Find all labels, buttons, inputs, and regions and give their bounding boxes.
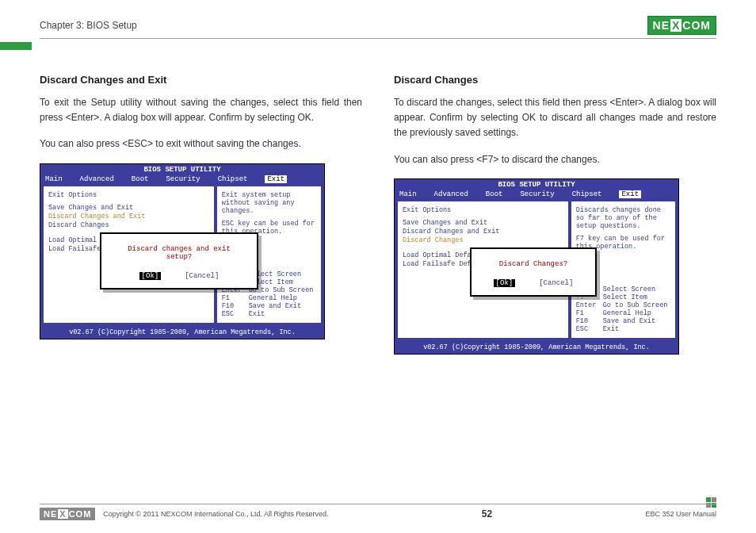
dialog-message: Discard changes and exit setup?	[117, 245, 241, 261]
bios-tab-chipset[interactable]: Chipset	[218, 175, 248, 183]
copyright-text: Copyright © 2011 NEXCOM International Co…	[103, 510, 328, 518]
bios-tab-advanced[interactable]: Advanced	[80, 175, 114, 183]
paragraph: To discard the changes, select this fiel…	[394, 95, 716, 141]
bios-help-text: Exit system setup without saving any cha…	[222, 191, 316, 215]
bios-tab-security[interactable]: Security	[166, 175, 200, 183]
bios-help-text: Discards changes done so far to any of t…	[576, 206, 670, 230]
bios-title: BIOS SETUP UTILITY	[395, 179, 678, 190]
dialog-ok-button[interactable]: [Ok]	[494, 279, 516, 287]
brand-logo: NEXCOM	[647, 16, 716, 35]
section-title-left: Discard Changes and Exit	[40, 74, 362, 86]
bios-tab-boot[interactable]: Boot	[132, 175, 149, 183]
menu-save-exit[interactable]: Save Changes and Exit	[48, 204, 209, 213]
bios-tab-main[interactable]: Main	[399, 190, 417, 198]
paragraph: You can also press <F7> to discard the c…	[394, 152, 716, 167]
menu-save-exit[interactable]: Save Changes and Exit	[403, 219, 563, 228]
left-column: Discard Changes and Exit To exit the Set…	[40, 74, 362, 355]
menu-discard[interactable]: Discard Changes	[403, 236, 563, 245]
section-title-right: Discard Changes	[394, 74, 716, 86]
confirm-dialog: Discard Changes? [Ok] [Cancel]	[470, 247, 597, 297]
menu-discard[interactable]: Discard Changes	[48, 221, 209, 230]
right-column: Discard Changes To discard the changes, …	[394, 74, 716, 355]
dialog-cancel-button[interactable]: [Cancel]	[185, 272, 219, 280]
dialog-ok-button[interactable]: [Ok]	[139, 272, 162, 280]
paragraph: You can also press <ESC> to exit without…	[40, 136, 362, 151]
bios-tab-chipset[interactable]: Chipset	[572, 190, 602, 198]
bios-exit-heading: Exit Options	[48, 191, 209, 199]
dialog-message: Discard Changes?	[487, 260, 579, 268]
chapter-title: Chapter 3: BIOS Setup	[40, 20, 137, 31]
dialog-cancel-button[interactable]: [Cancel]	[539, 279, 573, 287]
confirm-dialog: Discard changes and exit setup? [Ok] [Ca…	[100, 232, 258, 290]
bios-footer: v02.67 (C)Copyright 1985-2009, American …	[395, 341, 678, 354]
bios-tabs: Main Advanced Boot Security Chipset Exit	[395, 190, 678, 198]
bios-screenshot-right: BIOS SETUP UTILITY Main Advanced Boot Se…	[394, 178, 679, 355]
bios-exit-heading: Exit Options	[403, 206, 563, 214]
bios-tab-boot[interactable]: Boot	[486, 190, 503, 198]
paragraph: To exit the Setup utility without saving…	[40, 95, 362, 125]
bios-tabs: Main Advanced Boot Security Chipset Exit	[40, 175, 324, 183]
bios-footer: v02.67 (C)Copyright 1985-2009, American …	[40, 326, 324, 339]
menu-discard-exit[interactable]: Discard Changes and Exit	[403, 228, 563, 236]
accent-bar	[0, 42, 32, 50]
bios-tab-exit[interactable]: Exit	[265, 175, 287, 183]
page-number: 52	[482, 508, 492, 520]
footer-brand-logo: NEXCOM	[40, 508, 95, 520]
bios-tab-security[interactable]: Security	[520, 190, 554, 198]
manual-name: EBC 352 User Manual	[645, 510, 716, 518]
bios-tab-main[interactable]: Main	[45, 175, 63, 183]
menu-discard-exit[interactable]: Discard Changes and Exit	[48, 213, 209, 221]
bios-screenshot-left: BIOS SETUP UTILITY Main Advanced Boot Se…	[40, 163, 325, 339]
bios-tab-advanced[interactable]: Advanced	[434, 190, 468, 198]
bios-title: BIOS SETUP UTILITY	[40, 164, 324, 175]
bios-tab-exit[interactable]: Exit	[619, 190, 641, 198]
